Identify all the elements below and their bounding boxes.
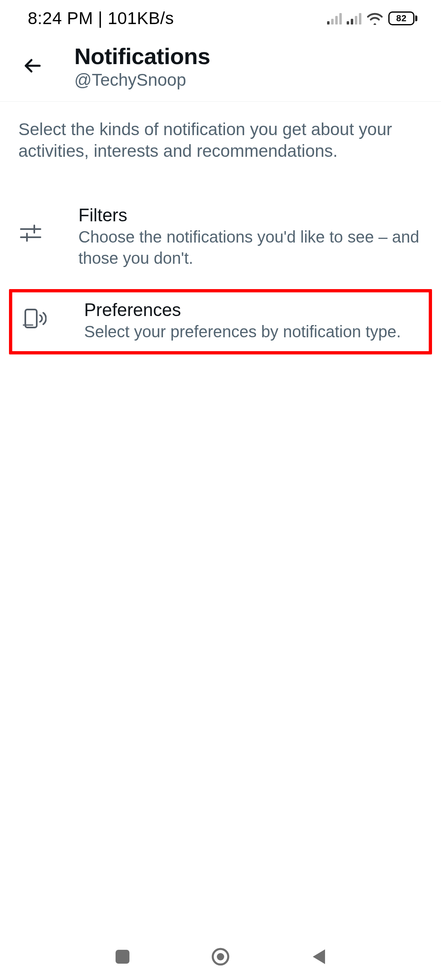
nav-home-button[interactable] xyxy=(208,945,233,970)
sliders-icon xyxy=(17,220,44,247)
app-header: Notifications @TechySnoop xyxy=(0,37,441,102)
svg-rect-14 xyxy=(116,950,129,964)
settings-item-title: Filters xyxy=(78,205,423,225)
settings-item-filters[interactable]: Filters Choose the notifications you'd l… xyxy=(0,194,441,280)
status-bar: 8:24 PM | 101KB/s xyxy=(0,0,441,37)
settings-item-title: Preferences xyxy=(84,300,401,320)
page-title: Notifications xyxy=(74,43,210,69)
circle-icon xyxy=(211,947,230,968)
back-button[interactable] xyxy=(16,50,49,83)
svg-rect-7 xyxy=(359,13,361,24)
nav-back-button[interactable] xyxy=(306,945,331,970)
settings-list: Filters Choose the notifications you'd l… xyxy=(0,174,441,354)
svg-rect-3 xyxy=(339,13,342,24)
page-description: Select the kinds of notification you get… xyxy=(0,102,441,174)
settings-item-desc: Choose the notifications you'd like to s… xyxy=(78,226,423,269)
battery-icon: 82 xyxy=(388,11,417,25)
settings-item-preferences[interactable]: Preferences Select your preferences by n… xyxy=(9,289,432,354)
cellular-signal-icon xyxy=(347,12,361,24)
cellular-signal-icon xyxy=(327,12,342,24)
triangle-left-icon xyxy=(310,948,327,967)
svg-rect-4 xyxy=(347,21,349,24)
battery-level: 82 xyxy=(388,11,414,25)
phone-vibrate-icon xyxy=(21,305,48,332)
svg-rect-5 xyxy=(351,19,353,24)
system-nav-bar xyxy=(0,935,441,980)
svg-rect-0 xyxy=(327,21,330,24)
page-subtitle: @TechySnoop xyxy=(74,70,210,90)
wifi-icon xyxy=(366,12,383,25)
settings-item-desc: Select your preferences by notification … xyxy=(84,321,401,342)
status-indicators: 82 xyxy=(327,11,417,25)
arrow-left-icon xyxy=(22,56,43,78)
status-time: 8:24 PM | 101KB/s xyxy=(28,9,174,28)
square-icon xyxy=(115,949,130,966)
svg-rect-2 xyxy=(335,16,338,24)
svg-point-16 xyxy=(217,953,224,960)
svg-rect-6 xyxy=(355,16,357,24)
svg-rect-1 xyxy=(331,19,334,24)
nav-recents-button[interactable] xyxy=(110,945,135,970)
